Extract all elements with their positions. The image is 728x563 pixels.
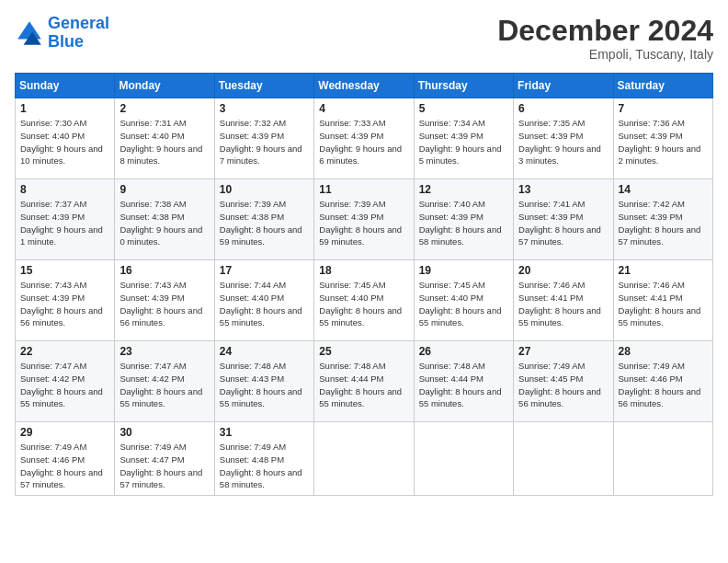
day-info: Sunrise: 7:46 AMSunset: 4:41 PMDaylight:… xyxy=(619,279,708,329)
calendar-day-cell: 10Sunrise: 7:39 AMSunset: 4:38 PMDayligh… xyxy=(214,179,313,260)
day-info: Sunrise: 7:43 AMSunset: 4:39 PMDaylight:… xyxy=(20,279,109,329)
day-number: 22 xyxy=(20,345,109,358)
day-info: Sunrise: 7:45 AMSunset: 4:40 PMDaylight:… xyxy=(319,279,408,329)
day-number: 31 xyxy=(220,426,309,439)
day-number: 17 xyxy=(220,264,309,277)
month-title: December 2024 xyxy=(497,15,713,47)
day-number: 6 xyxy=(518,102,608,115)
day-info: Sunrise: 7:48 AMSunset: 4:43 PMDaylight:… xyxy=(220,360,309,410)
day-info: Sunrise: 7:35 AMSunset: 4:39 PMDaylight:… xyxy=(518,117,608,167)
calendar-day-cell: 4Sunrise: 7:33 AMSunset: 4:39 PMDaylight… xyxy=(314,98,414,179)
calendar-day-cell: 13Sunrise: 7:41 AMSunset: 4:39 PMDayligh… xyxy=(514,179,613,260)
calendar-day-cell: 7Sunrise: 7:36 AMSunset: 4:39 PMDaylight… xyxy=(613,98,712,179)
day-info: Sunrise: 7:47 AMSunset: 4:42 PMDaylight:… xyxy=(20,360,109,410)
calendar-day-cell: 15Sunrise: 7:43 AMSunset: 4:39 PMDayligh… xyxy=(16,260,115,341)
calendar-day-cell: 22Sunrise: 7:47 AMSunset: 4:42 PMDayligh… xyxy=(16,341,115,422)
calendar-day-cell: 31Sunrise: 7:49 AMSunset: 4:48 PMDayligh… xyxy=(214,422,313,496)
day-number: 15 xyxy=(20,264,109,277)
calendar-day-cell: 30Sunrise: 7:49 AMSunset: 4:47 PMDayligh… xyxy=(115,422,214,496)
page-header: General Blue December 2024 Empoli, Tusca… xyxy=(15,15,713,62)
day-info: Sunrise: 7:44 AMSunset: 4:40 PMDaylight:… xyxy=(220,279,309,329)
weekday-header: Wednesday xyxy=(314,74,414,98)
day-info: Sunrise: 7:39 AMSunset: 4:38 PMDaylight:… xyxy=(220,198,309,248)
day-number: 23 xyxy=(119,345,209,358)
day-number: 3 xyxy=(220,102,309,115)
day-info: Sunrise: 7:33 AMSunset: 4:39 PMDaylight:… xyxy=(319,117,408,167)
day-info: Sunrise: 7:31 AMSunset: 4:40 PMDaylight:… xyxy=(119,117,209,167)
calendar-day-cell xyxy=(613,422,712,496)
day-number: 24 xyxy=(220,345,309,358)
day-number: 28 xyxy=(619,345,708,358)
calendar-day-cell: 1Sunrise: 7:30 AMSunset: 4:40 PMDaylight… xyxy=(16,98,115,179)
day-info: Sunrise: 7:30 AMSunset: 4:40 PMDaylight:… xyxy=(20,117,109,167)
calendar-day-cell: 8Sunrise: 7:37 AMSunset: 4:39 PMDaylight… xyxy=(16,179,115,260)
weekday-header: Saturday xyxy=(613,74,712,98)
day-number: 12 xyxy=(419,183,508,196)
calendar-day-cell: 17Sunrise: 7:44 AMSunset: 4:40 PMDayligh… xyxy=(214,260,313,341)
day-number: 14 xyxy=(619,183,708,196)
day-info: Sunrise: 7:40 AMSunset: 4:39 PMDaylight:… xyxy=(419,198,508,248)
day-info: Sunrise: 7:49 AMSunset: 4:46 PMDaylight:… xyxy=(20,441,109,491)
calendar-day-cell: 25Sunrise: 7:48 AMSunset: 4:44 PMDayligh… xyxy=(314,341,414,422)
day-info: Sunrise: 7:43 AMSunset: 4:39 PMDaylight:… xyxy=(119,279,209,329)
logo: General Blue xyxy=(15,15,109,52)
day-number: 13 xyxy=(518,183,608,196)
day-number: 29 xyxy=(20,426,109,439)
day-info: Sunrise: 7:48 AMSunset: 4:44 PMDaylight:… xyxy=(419,360,508,410)
day-info: Sunrise: 7:45 AMSunset: 4:40 PMDaylight:… xyxy=(419,279,508,329)
calendar-day-cell: 14Sunrise: 7:42 AMSunset: 4:39 PMDayligh… xyxy=(613,179,712,260)
calendar-day-cell: 24Sunrise: 7:48 AMSunset: 4:43 PMDayligh… xyxy=(214,341,313,422)
day-info: Sunrise: 7:48 AMSunset: 4:44 PMDaylight:… xyxy=(319,360,408,410)
calendar-day-cell: 23Sunrise: 7:47 AMSunset: 4:42 PMDayligh… xyxy=(115,341,214,422)
calendar-day-cell: 2Sunrise: 7:31 AMSunset: 4:40 PMDaylight… xyxy=(115,98,214,179)
calendar-day-cell: 18Sunrise: 7:45 AMSunset: 4:40 PMDayligh… xyxy=(314,260,414,341)
day-info: Sunrise: 7:49 AMSunset: 4:45 PMDaylight:… xyxy=(518,360,608,410)
calendar-day-cell: 5Sunrise: 7:34 AMSunset: 4:39 PMDaylight… xyxy=(414,98,513,179)
calendar-week-row: 22Sunrise: 7:47 AMSunset: 4:42 PMDayligh… xyxy=(16,341,713,422)
calendar-day-cell xyxy=(314,422,414,496)
day-info: Sunrise: 7:49 AMSunset: 4:48 PMDaylight:… xyxy=(220,441,309,491)
day-info: Sunrise: 7:32 AMSunset: 4:39 PMDaylight:… xyxy=(220,117,309,167)
weekday-header: Sunday xyxy=(16,74,115,98)
calendar-day-cell xyxy=(514,422,613,496)
calendar-day-cell: 11Sunrise: 7:39 AMSunset: 4:39 PMDayligh… xyxy=(314,179,414,260)
day-info: Sunrise: 7:36 AMSunset: 4:39 PMDaylight:… xyxy=(619,117,708,167)
weekday-header: Monday xyxy=(115,74,214,98)
logo-line1: General xyxy=(48,14,109,32)
day-number: 16 xyxy=(119,264,209,277)
day-number: 26 xyxy=(419,345,508,358)
day-number: 2 xyxy=(119,102,209,115)
calendar-week-row: 29Sunrise: 7:49 AMSunset: 4:46 PMDayligh… xyxy=(16,422,713,496)
calendar-header: SundayMondayTuesdayWednesdayThursdayFrid… xyxy=(16,74,713,98)
calendar-day-cell: 29Sunrise: 7:49 AMSunset: 4:46 PMDayligh… xyxy=(16,422,115,496)
logo-icon xyxy=(15,18,44,48)
day-number: 18 xyxy=(319,264,408,277)
day-number: 4 xyxy=(319,102,408,115)
day-number: 9 xyxy=(119,183,209,196)
calendar-day-cell: 21Sunrise: 7:46 AMSunset: 4:41 PMDayligh… xyxy=(613,260,712,341)
calendar-day-cell: 26Sunrise: 7:48 AMSunset: 4:44 PMDayligh… xyxy=(414,341,513,422)
day-number: 1 xyxy=(20,102,109,115)
calendar-day-cell: 16Sunrise: 7:43 AMSunset: 4:39 PMDayligh… xyxy=(115,260,214,341)
day-number: 10 xyxy=(220,183,309,196)
day-info: Sunrise: 7:49 AMSunset: 4:46 PMDaylight:… xyxy=(619,360,708,410)
calendar-day-cell xyxy=(414,422,513,496)
calendar-day-cell: 28Sunrise: 7:49 AMSunset: 4:46 PMDayligh… xyxy=(613,341,712,422)
calendar-day-cell: 3Sunrise: 7:32 AMSunset: 4:39 PMDaylight… xyxy=(214,98,313,179)
weekday-header: Tuesday xyxy=(214,74,313,98)
title-area: December 2024 Empoli, Tuscany, Italy xyxy=(497,15,713,62)
day-info: Sunrise: 7:39 AMSunset: 4:39 PMDaylight:… xyxy=(319,198,408,248)
calendar-body: 1Sunrise: 7:30 AMSunset: 4:40 PMDaylight… xyxy=(16,98,713,496)
calendar-day-cell: 20Sunrise: 7:46 AMSunset: 4:41 PMDayligh… xyxy=(514,260,613,341)
calendar-day-cell: 27Sunrise: 7:49 AMSunset: 4:45 PMDayligh… xyxy=(514,341,613,422)
calendar-week-row: 1Sunrise: 7:30 AMSunset: 4:40 PMDaylight… xyxy=(16,98,713,179)
day-number: 5 xyxy=(419,102,508,115)
weekday-row: SundayMondayTuesdayWednesdayThursdayFrid… xyxy=(16,74,713,98)
calendar-day-cell: 19Sunrise: 7:45 AMSunset: 4:40 PMDayligh… xyxy=(414,260,513,341)
calendar-day-cell: 6Sunrise: 7:35 AMSunset: 4:39 PMDaylight… xyxy=(514,98,613,179)
logo-line2: Blue xyxy=(48,32,84,51)
location-subtitle: Empoli, Tuscany, Italy xyxy=(497,47,713,62)
day-number: 8 xyxy=(20,183,109,196)
calendar-table: SundayMondayTuesdayWednesdayThursdayFrid… xyxy=(15,73,713,496)
day-number: 19 xyxy=(419,264,508,277)
